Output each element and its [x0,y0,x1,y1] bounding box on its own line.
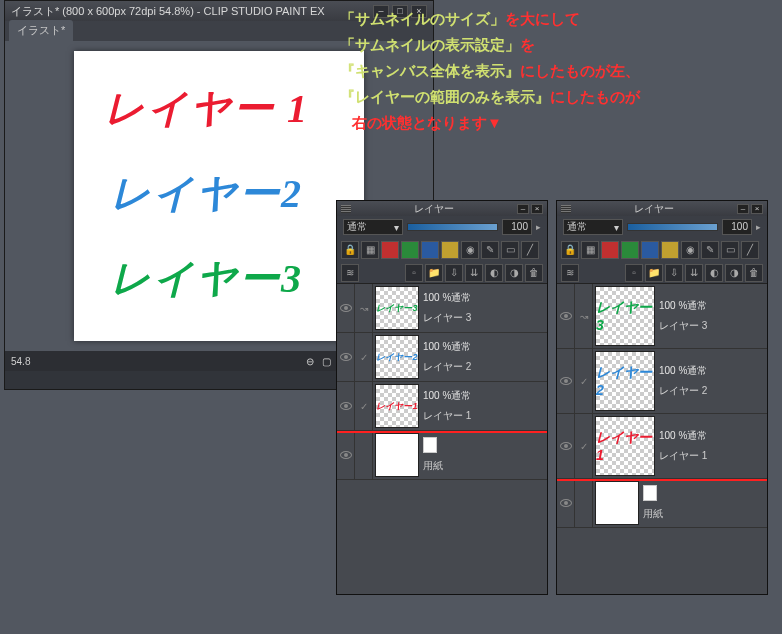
zoom-reset-icon[interactable]: ▢ [322,356,331,367]
pen-icon[interactable]: ↝ [355,284,373,332]
window-title: イラスト* (800 x 600px 72dpi 54.8%) - CLIP S… [11,4,325,19]
new-folder-icon[interactable]: 📁 [425,264,443,282]
layer-list: ↝ レイヤー3 100 %通常レイヤー 3 ✓ レイヤー2 100 %通常レイヤ… [337,284,547,594]
merge-icon[interactable]: ⇊ [685,264,703,282]
new-layer-icon[interactable]: ▫ [625,264,643,282]
panel-close-button[interactable]: × [751,204,763,214]
check-icon[interactable]: ✓ [575,349,593,413]
marker-red-icon[interactable] [601,241,619,259]
panel-close-button[interactable]: × [531,204,543,214]
stepper-icon[interactable]: ▸ [756,222,761,232]
marker-yellow-icon[interactable] [661,241,679,259]
layer-row[interactable]: ↝ レイヤー3 100 %通常レイヤー 3 [557,284,767,349]
draft-icon[interactable]: ✎ [701,241,719,259]
grip-icon[interactable] [341,205,351,213]
lock-alpha-icon[interactable]: ▦ [361,241,379,259]
paper-thumbnail[interactable] [595,481,639,525]
delete-layer-icon[interactable]: 🗑 [745,264,763,282]
paper-thumbnail[interactable] [375,433,419,477]
eye-icon[interactable] [340,402,352,410]
layer-stack-icon[interactable]: ≋ [561,264,579,282]
eye-icon[interactable] [560,312,572,320]
layer-thumbnail[interactable]: レイヤー2 [595,351,655,411]
layer-thumbnail[interactable]: レイヤー1 [595,416,655,476]
panel-min-button[interactable]: – [517,204,529,214]
blend-mode-select[interactable]: 通常▾ [563,219,623,235]
marker-blue-icon[interactable] [421,241,439,259]
eye-icon[interactable] [560,377,572,385]
ruler-icon[interactable]: ╱ [741,241,759,259]
ruler-icon[interactable]: ╱ [521,241,539,259]
transfer-icon[interactable]: ⇩ [665,264,683,282]
layer-row[interactable]: ✓ レイヤー2 100 %通常レイヤー 2 [557,349,767,414]
new-folder-icon[interactable]: 📁 [645,264,663,282]
mask-icon[interactable]: ▭ [501,241,519,259]
canvas-text-red: レイヤー 1 [104,81,309,136]
eye-icon[interactable] [340,353,352,361]
marker-red-icon[interactable] [381,241,399,259]
layer-toolbar-2: ≋ ▫ 📁 ⇩ ⇊ ◐ ◑ 🗑 [557,262,767,284]
check-icon[interactable]: ✓ [575,414,593,478]
lock-icon[interactable]: 🔒 [561,241,579,259]
check-icon[interactable]: ✓ [355,333,373,381]
mask-add-icon[interactable]: ◐ [485,264,503,282]
lock-alpha-icon[interactable]: ▦ [581,241,599,259]
layer-thumbnail[interactable]: レイヤー2 [375,335,419,379]
explanation-text: 「サムネイルのサイズ」を大にして 「サムネイルの表示設定」を 『キャンバス全体を… [340,6,770,136]
ref-icon[interactable]: ◉ [461,241,479,259]
layer-row[interactable]: ✓ レイヤー1 100 %通常レイヤー 1 [557,414,767,479]
eye-icon[interactable] [560,499,572,507]
opacity-slider[interactable] [627,223,718,231]
pen-icon[interactable]: ↝ [575,284,593,348]
document-tab[interactable]: イラスト* [9,20,73,41]
panel-header[interactable]: レイヤー – × [337,201,547,216]
panel-min-button[interactable]: – [737,204,749,214]
ref-icon[interactable]: ◉ [681,241,699,259]
layer-thumbnail[interactable]: レイヤー3 [595,286,655,346]
zoom-out-icon[interactable]: ⊖ [306,356,314,367]
transfer-icon[interactable]: ⇩ [445,264,463,282]
panel-header[interactable]: レイヤー – × [557,201,767,216]
grip-icon[interactable] [561,205,571,213]
layer-row[interactable]: ↝ レイヤー3 100 %通常レイヤー 3 [337,284,547,333]
blend-row: 通常▾ 100 ▸ [557,216,767,238]
marker-green-icon[interactable] [621,241,639,259]
layer-row-paper[interactable]: 用紙 [557,479,767,528]
new-layer-icon[interactable]: ▫ [405,264,423,282]
layer-stack-icon[interactable]: ≋ [341,264,359,282]
layer-toolbar-1: 🔒 ▦ ◉ ✎ ▭ ╱ [337,238,547,262]
layer-thumbnail[interactable]: レイヤー1 [375,384,419,428]
marker-blue-icon[interactable] [641,241,659,259]
canvas[interactable]: レイヤー 1 レイヤー2 レイヤー3 [74,51,364,341]
canvas-text-blue: レイヤー2 [110,166,303,221]
mask-icon[interactable]: ▭ [721,241,739,259]
merge-icon[interactable]: ⇊ [465,264,483,282]
layer-toolbar-1: 🔒 ▦ ◉ ✎ ▭ ╱ [557,238,767,262]
opacity-slider[interactable] [407,223,498,231]
marker-green-icon[interactable] [401,241,419,259]
lock-icon[interactable]: 🔒 [341,241,359,259]
marker-yellow-icon[interactable] [441,241,459,259]
eye-icon[interactable] [560,442,572,450]
layer-row-paper[interactable]: 用紙 [337,431,547,480]
mask-enable-icon[interactable]: ◑ [505,264,523,282]
eye-icon[interactable] [340,304,352,312]
panel-title: レイヤー [634,202,674,216]
layer-thumbnail[interactable]: レイヤー3 [375,286,419,330]
mask-add-icon[interactable]: ◐ [705,264,723,282]
opacity-value[interactable]: 100 [502,219,532,235]
check-icon[interactable]: ✓ [355,382,373,430]
layer-row[interactable]: ✓ レイヤー1 100 %通常レイヤー 1 [337,382,547,431]
blend-mode-select[interactable]: 通常▾ [343,219,403,235]
panel-title: レイヤー [414,202,454,216]
opacity-value[interactable]: 100 [722,219,752,235]
delete-layer-icon[interactable]: 🗑 [525,264,543,282]
paper-badge-icon [423,437,437,453]
draft-icon[interactable]: ✎ [481,241,499,259]
chevron-down-icon: ▾ [614,222,619,233]
layer-row[interactable]: ✓ レイヤー2 100 %通常レイヤー 2 [337,333,547,382]
eye-icon[interactable] [340,451,352,459]
zoom-value[interactable]: 54.8 [11,356,30,367]
stepper-icon[interactable]: ▸ [536,222,541,232]
mask-enable-icon[interactable]: ◑ [725,264,743,282]
